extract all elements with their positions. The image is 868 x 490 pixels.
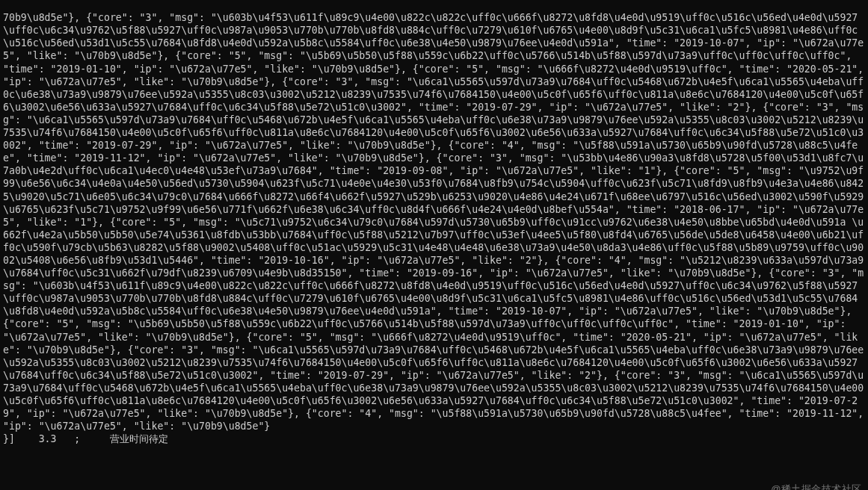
terminal-output: 70b9\u8d5e"}, {"core": "3", "msg": "\u60… bbox=[0, 10, 868, 490]
watermark: @稀土掘金技术社区 bbox=[771, 483, 862, 490]
json-dump: 70b9\u8d5e"}, {"core": "3", "msg": "\u60… bbox=[3, 12, 868, 444]
